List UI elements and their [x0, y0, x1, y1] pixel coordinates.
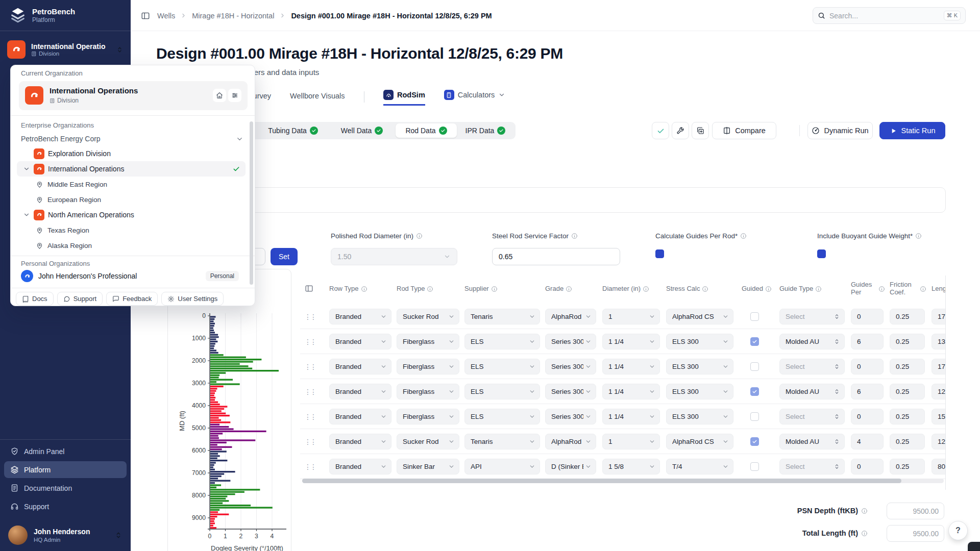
- diameter-select[interactable]: 1: [602, 309, 660, 324]
- tab-calculators[interactable]: Calculators: [444, 90, 506, 106]
- breadcrumb-link[interactable]: Wells: [157, 12, 175, 20]
- guides-per-input[interactable]: 0: [851, 409, 884, 424]
- org-tree-item-exploration-division[interactable]: Exploration Division: [17, 146, 246, 161]
- diameter-select[interactable]: 1 1/4: [602, 334, 660, 349]
- supplier-select[interactable]: ELS: [464, 409, 540, 424]
- approve-button[interactable]: [652, 122, 669, 139]
- org-tree-item-international-operations[interactable]: International Operations: [17, 161, 246, 177]
- guided-checkbox[interactable]: [750, 462, 759, 471]
- total-length-input[interactable]: 9500.00: [887, 525, 944, 542]
- stress-calc-select[interactable]: AlphaRod CS: [666, 309, 733, 324]
- row-type-select[interactable]: Branded: [329, 334, 391, 349]
- friction-input[interactable]: 0.25: [890, 359, 925, 374]
- drag-handle[interactable]: ⋮⋮: [305, 384, 315, 399]
- grade-select[interactable]: AlphaRod HS: [545, 434, 596, 449]
- grade-select[interactable]: Series 300: [545, 384, 596, 399]
- length-input[interactable]: 1200: [932, 434, 946, 449]
- grade-select[interactable]: Series 300: [545, 359, 596, 374]
- row-type-select[interactable]: Branded: [329, 384, 391, 399]
- org-selector[interactable]: International Operatio Division: [7, 38, 124, 61]
- friction-input[interactable]: 0.25: [890, 459, 925, 474]
- supplier-select[interactable]: Tenaris: [464, 434, 540, 449]
- row-type-select[interactable]: Branded: [329, 409, 391, 424]
- corner-widget[interactable]: [968, 542, 980, 551]
- guided-checkbox[interactable]: [750, 337, 759, 346]
- guides-per-input[interactable]: 0: [851, 459, 884, 474]
- stress-calc-select[interactable]: ELS 300: [666, 384, 733, 399]
- grade-select[interactable]: Series 300: [545, 334, 596, 349]
- polished-rod-diameter-select[interactable]: 1.50: [331, 248, 457, 265]
- set-button[interactable]: Set: [271, 248, 298, 265]
- org-tree-item-european-region[interactable]: European Region: [17, 192, 246, 207]
- drag-handle[interactable]: ⋮⋮: [305, 434, 315, 449]
- length-input[interactable]: 800: [932, 459, 946, 474]
- home-button[interactable]: [213, 89, 226, 102]
- sidebar-item-support[interactable]: Support: [4, 498, 127, 515]
- dynamic-run-button[interactable]: Dynamic Run: [807, 122, 873, 139]
- duplicate-button[interactable]: [692, 122, 709, 139]
- stress-calc-select[interactable]: T/4: [666, 459, 733, 474]
- current-org-card[interactable]: International Operations Division: [19, 81, 248, 110]
- breadcrumb-link[interactable]: Mirage #18H - Horizontal: [192, 12, 274, 20]
- static-run-button[interactable]: Static Run: [879, 122, 945, 139]
- friction-input[interactable]: 0.25: [890, 334, 925, 349]
- chip-tubing-data[interactable]: Tubing Data: [258, 123, 328, 138]
- guide-type-select[interactable]: Select: [779, 359, 845, 374]
- row-type-select[interactable]: Branded: [329, 359, 391, 374]
- drag-handle[interactable]: ⋮⋮: [305, 309, 315, 324]
- psn-depth-input[interactable]: 9500.00: [887, 503, 944, 519]
- guided-checkbox[interactable]: [750, 387, 759, 396]
- sidebar-item-documentation[interactable]: Documentation: [4, 480, 127, 496]
- sidebar-item-platform[interactable]: Platform: [4, 461, 127, 478]
- row-type-select[interactable]: Branded: [329, 434, 391, 449]
- friction-input[interactable]: 0.25: [890, 309, 925, 324]
- horizontal-scrollbar[interactable]: [302, 479, 944, 483]
- chip-ipr-data[interactable]: IPR Data: [457, 123, 514, 138]
- stress-calc-select[interactable]: ELS 300: [666, 409, 733, 424]
- guide-type-select[interactable]: Molded AU: [779, 384, 845, 399]
- guide-type-select[interactable]: Select: [779, 459, 845, 474]
- length-input[interactable]: 1350: [932, 334, 946, 349]
- stress-calc-select[interactable]: ELS 300: [666, 334, 733, 349]
- stress-calc-select[interactable]: AlphaRod CS: [666, 434, 733, 449]
- user-settings-button[interactable]: User Settings: [161, 292, 224, 306]
- guided-checkbox[interactable]: [750, 362, 759, 371]
- friction-input[interactable]: 0.25: [890, 434, 925, 449]
- row-type-select[interactable]: Branded: [329, 309, 391, 324]
- dropdown-scrollbar[interactable]: [250, 121, 253, 285]
- guides-per-input[interactable]: 4: [851, 434, 884, 449]
- chip-rod-data[interactable]: Rod Data: [396, 123, 457, 138]
- tune-button[interactable]: [672, 122, 689, 139]
- support-button[interactable]: Support: [57, 292, 103, 306]
- friction-input[interactable]: 0.25: [890, 409, 925, 424]
- personal-org-row[interactable]: John Henderson's Professional Personal: [21, 268, 246, 284]
- diameter-select[interactable]: 1 1/4: [602, 359, 660, 374]
- scrollbar-thumb[interactable]: [302, 479, 901, 483]
- drag-handle[interactable]: ⋮⋮: [305, 409, 315, 424]
- rod-type-select[interactable]: Sucker Rod: [397, 434, 459, 449]
- guides-per-input[interactable]: 6: [851, 334, 884, 349]
- supplier-select[interactable]: ELS: [464, 334, 540, 349]
- buoyant-weight-checkbox[interactable]: [817, 249, 826, 258]
- guided-checkbox[interactable]: [750, 312, 759, 321]
- row-type-select[interactable]: Branded: [329, 459, 391, 474]
- supplier-select[interactable]: ELS: [464, 384, 540, 399]
- user-menu[interactable]: John Henderson HQ Admin: [0, 519, 131, 551]
- supplier-select[interactable]: API: [464, 459, 540, 474]
- sidebar-toggle-icon[interactable]: [141, 11, 150, 20]
- org-tree-item-north-american-operations[interactable]: North American Operations: [17, 207, 246, 222]
- stress-calc-select[interactable]: ELS 300: [666, 359, 733, 374]
- rod-type-select[interactable]: Fiberglass: [397, 384, 459, 399]
- friction-input[interactable]: 0.25: [890, 384, 925, 399]
- rod-type-select[interactable]: Fiberglass: [397, 359, 459, 374]
- help-button[interactable]: ?: [948, 521, 968, 540]
- guided-checkbox[interactable]: [750, 412, 759, 421]
- guide-type-select[interactable]: Select: [779, 409, 845, 424]
- rod-type-select[interactable]: Sucker Rod: [397, 309, 459, 324]
- org-settings-button[interactable]: [228, 89, 241, 102]
- supplier-select[interactable]: Tenaris: [464, 309, 540, 324]
- org-tree-item-middle-east-region[interactable]: Middle East Region: [17, 177, 246, 192]
- guides-per-input[interactable]: 0: [851, 359, 884, 374]
- drag-handle[interactable]: ⋮⋮: [305, 334, 315, 349]
- diameter-select[interactable]: 1: [602, 434, 660, 449]
